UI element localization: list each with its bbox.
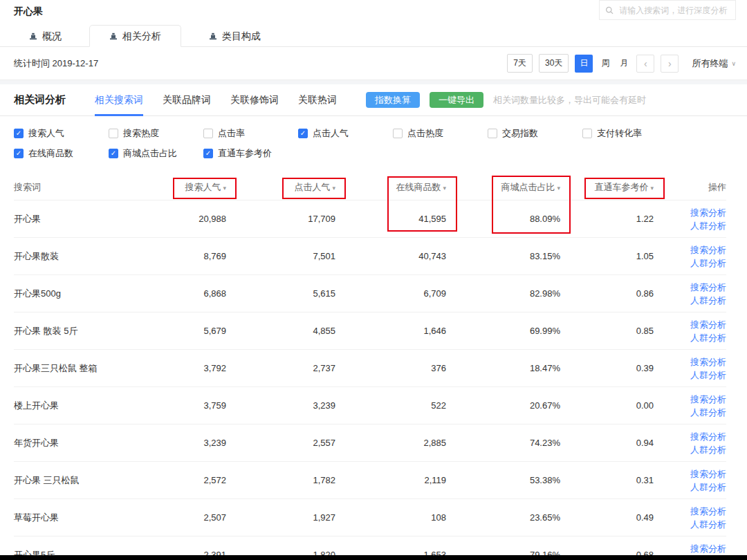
filter-item[interactable]: ✓在线商品数 bbox=[14, 148, 109, 159]
search-analysis-link[interactable]: 搜索分析 bbox=[654, 355, 726, 368]
value-cell: 53.38% bbox=[446, 475, 560, 485]
export-hint: 相关词数量比较多，导出可能会有延时 bbox=[493, 94, 646, 106]
crowd-analysis-link[interactable]: 人群分析 bbox=[654, 256, 726, 270]
pager-prev-button[interactable]: ‹ bbox=[636, 55, 654, 73]
keyword-analysis-page: 开心果 概况相关分析类目构成 统计时间 2019-12-17 7天30天日周月‹… bbox=[0, 0, 747, 560]
column-header-keyword: 搜索词 bbox=[14, 181, 152, 194]
filter-item[interactable]: ✓搜索人气 bbox=[14, 128, 109, 139]
filter-item[interactable]: ✓直通车参考价 bbox=[203, 148, 298, 159]
value-cell: 17,709 bbox=[226, 214, 335, 224]
tab-3[interactable]: 类目构成 bbox=[199, 26, 270, 46]
value-cell: 20,988 bbox=[152, 214, 226, 224]
filter-item[interactable]: ✓点击人气 bbox=[298, 128, 393, 139]
ops-cell: 搜索分析人群分析 bbox=[654, 206, 726, 232]
table-header-row: 搜索词搜索人气▾点击人气▾在线商品数▾商城点击占比▾直通车参考价▾操作 bbox=[14, 175, 726, 200]
range-button-4[interactable]: 周 bbox=[599, 55, 611, 72]
range-button-2[interactable]: 30天 bbox=[539, 54, 569, 73]
ops-cell: 搜索分析人群分析 bbox=[654, 281, 726, 307]
column-header-ops: 操作 bbox=[654, 181, 726, 194]
value-cell: 108 bbox=[335, 512, 446, 523]
value-cell: 83.15% bbox=[446, 251, 560, 261]
top-bar: 开心果 bbox=[0, 0, 747, 22]
search-analysis-link[interactable]: 搜索分析 bbox=[654, 393, 726, 406]
search-analysis-link[interactable]: 搜索分析 bbox=[654, 243, 726, 256]
value-cell: 0.85 bbox=[560, 326, 654, 336]
value-cell: 3,239 bbox=[226, 400, 335, 411]
checkbox[interactable]: ✓ bbox=[14, 149, 24, 158]
crowd-analysis-link[interactable]: 人群分析 bbox=[654, 368, 726, 382]
filter-item[interactable]: 搜索热度 bbox=[109, 128, 203, 139]
crowd-analysis-link[interactable]: 人群分析 bbox=[654, 443, 726, 456]
value-cell: 41,595 bbox=[335, 214, 446, 224]
pager-next-button[interactable]: › bbox=[661, 55, 679, 73]
value-cell: 2,557 bbox=[226, 438, 335, 448]
keyword-cell: 开心果 bbox=[14, 213, 152, 225]
keyword-cell: 开心果500g bbox=[14, 288, 152, 300]
ops-cell: 搜索分析人群分析 bbox=[654, 467, 726, 494]
crowd-analysis-link[interactable]: 人群分析 bbox=[654, 294, 726, 307]
search-analysis-link[interactable]: 搜索分析 bbox=[654, 467, 726, 480]
crowd-analysis-link[interactable]: 人群分析 bbox=[654, 219, 726, 232]
checkbox[interactable] bbox=[393, 129, 403, 138]
checkbox[interactable]: ✓ bbox=[203, 149, 213, 158]
search-input[interactable] bbox=[618, 5, 730, 16]
checkbox[interactable]: ✓ bbox=[109, 149, 118, 158]
column-header-metric-1[interactable]: 搜索人气▾ bbox=[152, 181, 226, 194]
filter-item[interactable]: 点击热度 bbox=[393, 128, 488, 139]
keyword-cell: 开心果 散装 5斤 bbox=[14, 325, 152, 337]
subtab-4[interactable]: 关联热词 bbox=[298, 84, 337, 115]
search-analysis-link[interactable]: 搜索分析 bbox=[654, 505, 726, 518]
checkbox[interactable] bbox=[203, 129, 213, 138]
index-convert-button[interactable]: 指数换算 bbox=[366, 92, 420, 108]
value-cell: 3,239 bbox=[152, 438, 226, 448]
search-box[interactable] bbox=[599, 0, 736, 20]
filter-item[interactable]: ✓商城点击占比 bbox=[109, 148, 203, 159]
filter-item[interactable]: 交易指数 bbox=[488, 128, 582, 139]
checkbox[interactable]: ✓ bbox=[298, 129, 308, 138]
column-header-metric-3[interactable]: 在线商品数▾ bbox=[335, 181, 446, 194]
export-button[interactable]: 一键导出 bbox=[430, 92, 483, 108]
filter-label: 点击热度 bbox=[407, 127, 443, 140]
column-header-metric-2[interactable]: 点击人气▾ bbox=[226, 181, 335, 194]
value-cell: 0.00 bbox=[560, 400, 654, 411]
range-button-1[interactable]: 7天 bbox=[507, 54, 533, 73]
tab-1[interactable]: 概况 bbox=[19, 26, 71, 46]
range-button-5[interactable]: 月 bbox=[618, 55, 630, 72]
column-header-label: 搜索人气 bbox=[185, 182, 221, 192]
subtab-2[interactable]: 关联品牌词 bbox=[163, 84, 211, 115]
checkbox[interactable] bbox=[109, 129, 118, 138]
search-analysis-link[interactable]: 搜索分析 bbox=[654, 206, 726, 219]
column-header-label: 直通车参考价 bbox=[594, 182, 648, 192]
subtab-1[interactable]: 相关搜索词 bbox=[95, 84, 143, 115]
terminal-dropdown[interactable]: 所有终端∨ bbox=[692, 57, 736, 70]
filter-label: 交易指数 bbox=[502, 127, 538, 140]
terminal-label: 所有终端 bbox=[692, 57, 728, 70]
building-icon bbox=[29, 32, 37, 40]
crowd-analysis-link[interactable]: 人群分析 bbox=[654, 518, 726, 531]
search-icon bbox=[605, 6, 614, 15]
value-cell: 74.23% bbox=[446, 438, 560, 448]
column-header-metric-4[interactable]: 商城点击占比▾ bbox=[446, 181, 560, 194]
value-cell: 5,679 bbox=[152, 326, 226, 336]
search-analysis-link[interactable]: 搜索分析 bbox=[654, 281, 726, 294]
checkbox[interactable] bbox=[488, 129, 497, 138]
chevron-down-icon: ∨ bbox=[731, 60, 736, 67]
table-row: 开心果 散装 5斤5,6794,8551,64669.99%0.85搜索分析人群… bbox=[14, 312, 726, 349]
range-button-3[interactable]: 日 bbox=[575, 55, 593, 73]
column-header-metric-5[interactable]: 直通车参考价▾ bbox=[560, 181, 654, 194]
filter-item[interactable]: 点击率 bbox=[203, 128, 298, 139]
checkbox[interactable]: ✓ bbox=[14, 129, 24, 138]
crowd-analysis-link[interactable]: 人群分析 bbox=[654, 406, 726, 419]
crowd-analysis-link[interactable]: 人群分析 bbox=[654, 480, 726, 494]
value-cell: 2,119 bbox=[335, 475, 446, 485]
subtab-3[interactable]: 关联修饰词 bbox=[230, 84, 279, 115]
tab-2[interactable]: 相关分析 bbox=[89, 25, 181, 47]
search-analysis-link[interactable]: 搜索分析 bbox=[654, 318, 726, 331]
filter-item[interactable]: 支付转化率 bbox=[582, 128, 677, 139]
search-analysis-link[interactable]: 搜索分析 bbox=[654, 430, 726, 443]
search-analysis-link[interactable]: 搜索分析 bbox=[654, 542, 726, 555]
checkbox[interactable] bbox=[582, 129, 592, 138]
crowd-analysis-link[interactable]: 人群分析 bbox=[654, 331, 726, 344]
tab-label: 概况 bbox=[42, 31, 62, 41]
keyword-cell: 开心果 三只松鼠 bbox=[14, 474, 152, 487]
